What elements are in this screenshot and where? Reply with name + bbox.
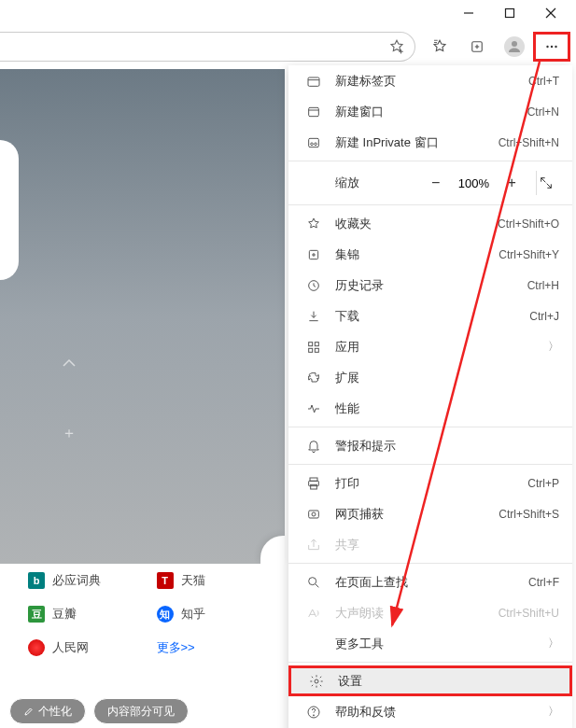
collections-icon[interactable] [458,32,496,62]
menu-performance[interactable]: 性能 [288,393,572,424]
link-bing[interactable]: b必应词典 [0,572,157,589]
svg-rect-26 [310,478,317,481]
menu-zoom: 缩放 − 100% + [288,164,572,202]
zoom-out-button[interactable]: − [419,175,453,191]
menu-new-inprivate[interactable]: 新建 InPrivate 窗口Ctrl+Shift+N [288,127,572,158]
search-icon [305,575,322,590]
print-icon [305,476,322,491]
bell-icon [305,439,322,454]
menu-separator [288,161,572,161]
link-label: 必应词典 [52,572,101,589]
svg-rect-24 [309,348,313,352]
tab-icon [305,74,322,89]
chevron-up-icon[interactable] [62,358,77,368]
link-douban[interactable]: 豆豆瓣 [0,606,157,623]
help-icon [305,705,322,720]
favorites-icon[interactable] [421,32,458,62]
menu-new-tab[interactable]: 新建标签页Ctrl+T [288,65,572,96]
chevron-right-icon: 〉 [548,636,559,651]
bottom-bar: 个性化 内容部分可见 [9,698,189,724]
gear-icon [308,674,325,689]
svg-point-17 [315,143,317,146]
puzzle-icon [305,371,322,385]
star-icon [305,217,322,231]
window-maximize[interactable] [499,2,521,24]
menu-separator [288,563,572,564]
personalize-button[interactable]: 个性化 [9,698,86,724]
capture-icon [305,507,322,522]
apps-icon [305,340,322,355]
window-minimize[interactable] [457,2,480,24]
menu-print[interactable]: 打印Ctrl+P [288,468,572,498]
svg-rect-15 [309,138,319,147]
menu-alerts[interactable]: 警报和提示 [288,430,572,461]
svg-point-34 [313,714,314,715]
window-icon [305,105,322,119]
link-more[interactable]: 更多>> [157,639,286,656]
inprivate-icon [305,135,322,150]
pulse-icon [305,401,322,416]
menu-find[interactable]: 在页面上查找Ctrl+F [288,567,572,597]
menu-apps[interactable]: 应用〉 [288,331,572,362]
svg-point-10 [546,46,548,48]
menu-separator [288,662,572,663]
chevron-right-icon: 〉 [548,339,559,355]
menu-settings[interactable]: 设置 [288,665,572,696]
link-renmin[interactable]: 人民网 [0,639,157,656]
add-icon[interactable]: ＋ [62,424,77,443]
share-icon [305,538,322,553]
menu-more-tools[interactable]: 更多工具〉 [288,628,572,659]
settings-menu: 新建标签页Ctrl+T 新建窗口Ctrl+N 新建 InPrivate 窗口Ct… [288,65,572,728]
corner-bubble [260,536,285,564]
link-label: 人民网 [52,639,89,656]
quick-links: b必应词典 T天猫 豆豆瓣 知知乎 人民网 更多>> [0,564,285,665]
svg-rect-14 [309,107,319,116]
address-bar[interactable] [0,32,415,62]
window-close[interactable] [540,2,562,24]
collections-icon [305,247,322,262]
menu-collections[interactable]: 集锦Ctrl+Shift+Y [288,239,572,270]
menu-separator [288,464,572,465]
more-menu-button[interactable] [533,32,570,62]
link-tmall[interactable]: T天猫 [157,572,286,589]
menu-downloads[interactable]: 下载Ctrl+J [288,301,572,331]
svg-point-11 [551,46,553,48]
menu-share: 共享 [288,529,572,560]
menu-web-capture[interactable]: 网页捕获Ctrl+Shift+S [288,498,572,529]
menu-read-aloud: 大声朗读Ctrl+Shift+U [288,597,572,628]
content-partial-button[interactable]: 内容部分可见 [93,698,189,724]
menu-extensions[interactable]: 扩展 [288,362,572,393]
history-icon [305,278,322,293]
svg-point-31 [309,577,316,584]
svg-rect-22 [309,342,313,345]
svg-point-30 [312,512,316,516]
browser-toolbar [0,30,570,63]
menu-help[interactable]: 帮助和反馈〉 [288,696,572,727]
zoom-in-button[interactable]: + [495,175,528,191]
svg-point-9 [512,41,517,47]
menu-favorites[interactable]: 收藏夹Ctrl+Shift+O [288,208,572,239]
menu-history[interactable]: 历史记录Ctrl+H [288,270,572,301]
zoom-percent: 100% [452,176,495,190]
read-aloud-icon [305,606,322,621]
svg-rect-23 [315,342,318,345]
svg-point-16 [311,143,314,146]
menu-separator [288,427,572,427]
link-zhihu[interactable]: 知知乎 [157,606,286,623]
svg-point-12 [555,46,556,48]
link-label: 豆瓣 [52,606,77,623]
hero-shape [0,140,19,280]
fullscreen-button[interactable] [539,175,572,190]
profile-icon[interactable] [496,32,533,62]
menu-separator [288,204,572,205]
svg-point-32 [315,679,318,683]
link-label: 天猫 [181,572,205,589]
svg-rect-25 [315,348,318,352]
svg-rect-28 [311,484,317,489]
menu-new-window[interactable]: 新建窗口Ctrl+N [288,96,572,127]
add-favorite-icon[interactable] [388,38,405,55]
more-label: 更多>> [157,639,195,656]
link-label: 知乎 [181,606,205,623]
download-icon [305,309,322,324]
svg-rect-13 [308,77,319,86]
